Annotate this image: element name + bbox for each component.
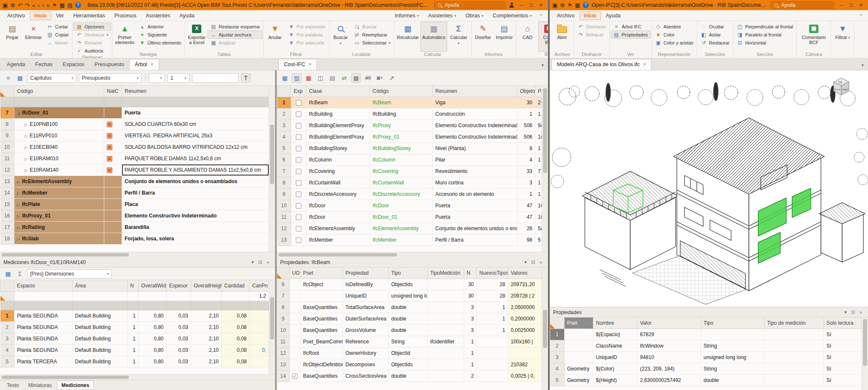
code-cell[interactable]: ▷E10ECB040 xyxy=(14,141,104,153)
summary-cell[interactable]: Construcción xyxy=(433,108,517,120)
code-cell[interactable]: IfcBeam xyxy=(370,97,433,108)
objects-cell[interactable]: 1 xyxy=(517,188,535,200)
values-cell[interactable]: 209731,20 xyxy=(508,279,542,290)
split-view-icon[interactable]: ◫ xyxy=(316,73,325,83)
bottom-tab-miniaturas[interactable]: Miniaturas xyxy=(24,381,56,390)
code-cell[interactable]: IfcCovering xyxy=(370,165,433,177)
cost-row[interactable]: 8IfcCurtainWallIfcCurtainWallMuro cortin… xyxy=(277,177,542,188)
width-cell[interactable]: 0,80 xyxy=(139,333,167,344)
area-cell[interactable]: Default Building xyxy=(72,321,128,333)
thickness-cell[interactable]: 0,03 xyxy=(167,344,191,356)
row-number[interactable]: 2 xyxy=(550,340,565,351)
tab-agenda[interactable]: Agenda xyxy=(2,59,30,70)
row-number[interactable]: 13 xyxy=(277,359,289,370)
values-cell[interactable]: 0,0025 | 0, xyxy=(508,370,542,382)
area-cell[interactable]: Default Building xyxy=(72,344,128,356)
row-number[interactable]: 1 xyxy=(550,329,565,340)
column-header-propiedad[interactable]: Propiedad xyxy=(343,267,389,279)
tabstrip-menu-caret[interactable]: ▾ xyxy=(537,60,548,70)
row-number[interactable]: 10 xyxy=(277,324,289,336)
tab-espacios[interactable]: Espacios xyxy=(58,59,89,70)
compare-view-icon[interactable]: ▤ xyxy=(328,73,337,83)
quantity-cell[interactable]: 0,08 xyxy=(222,310,250,321)
cost-ifc-table[interactable]: ExpClaseCódigoResumenObjetosPa1IfcBeamIf… xyxy=(277,86,542,246)
menu-complementos[interactable]: Complementos▾ xyxy=(488,11,536,20)
delete-elements-icon[interactable]: ▦ xyxy=(304,73,313,83)
expander-icon[interactable]: ▷ xyxy=(17,203,20,207)
sheet-view-icon[interactable]: ▤ xyxy=(67,3,72,8)
export-checkbox[interactable] xyxy=(296,100,301,106)
type-cell[interactable]: unsigned long long xyxy=(701,351,765,363)
cost-row[interactable]: 5IfcBuildingStoreyIfcBuildingStoreyNivel… xyxy=(277,142,542,154)
parts-cell[interactable]: 1 xyxy=(535,108,542,120)
cost-row[interactable]: 4IfcBuildingElementProxyIfcProxy_01Eleme… xyxy=(277,131,542,142)
nature-cell[interactable] xyxy=(104,164,122,176)
export-cell[interactable] xyxy=(291,223,306,234)
property-row[interactable]: 7UniqueIDunsigned long long3028209728 | … xyxy=(277,290,542,301)
cost-row[interactable]: 12IfcElementAssemblyIfcElementAssemblyCo… xyxy=(277,223,542,234)
name-cell[interactable]: ClassName xyxy=(593,340,637,351)
pset-cell[interactable] xyxy=(300,290,343,301)
row-number[interactable]: 11 xyxy=(277,211,291,223)
summary-cell[interactable]: Conjunto de elementos unidos o ensamblad… xyxy=(433,223,517,234)
open-button[interactable]: Abrir xyxy=(551,22,573,52)
nature-cell[interactable] xyxy=(104,141,122,153)
column-header-pset[interactable]: Pset xyxy=(300,267,343,279)
thickness-cell[interactable]: 0,03 xyxy=(167,333,191,344)
readonly-cell[interactable]: Sí xyxy=(824,329,862,340)
undo-icon[interactable]: ↶ xyxy=(18,3,22,8)
last-record-icon[interactable]: » xyxy=(47,3,50,8)
save-icon[interactable]: ▣ xyxy=(3,3,8,8)
cost-row[interactable]: 2IfcBuildingIfcBuildingConstrucción11 xyxy=(277,108,542,120)
name-cell[interactable]: UniqueID xyxy=(593,351,637,363)
cost-row[interactable]: 1IfcBeamIfcBeamViga302 xyxy=(277,97,542,108)
row-number[interactable]: 9 xyxy=(277,313,289,324)
export-checkbox[interactable] xyxy=(296,146,301,151)
pset-cell[interactable] xyxy=(565,351,593,363)
type-cell[interactable]: String xyxy=(701,340,765,351)
row-number[interactable]: 9 xyxy=(0,130,14,141)
summary-cell[interactable]: Nivel (Planta) xyxy=(433,142,517,154)
new-types-cell[interactable]: 1 xyxy=(477,313,508,324)
pset-cell[interactable] xyxy=(565,340,593,351)
expander-icon[interactable]: ▷ xyxy=(25,134,28,138)
parts-cell[interactable]: 1 xyxy=(535,142,542,154)
parts-cell[interactable]: 10/ xyxy=(535,211,542,223)
property-row[interactable]: 4Geometry$(Color)(223, 209, 184)StringSí xyxy=(550,363,862,374)
row-number[interactable]: 12 xyxy=(277,223,291,234)
budget-tree-table[interactable]: CódigoNatCResumen7◢IfcDoor_01Puerta8▷E10… xyxy=(0,86,269,245)
objects-cell[interactable]: 33 xyxy=(517,165,535,177)
pset-cell[interactable]: Geometry xyxy=(565,363,593,374)
measure-type-cell[interactable] xyxy=(428,279,464,290)
export-checkbox[interactable] xyxy=(296,180,301,186)
row-number[interactable]: 3 xyxy=(0,333,14,344)
column-header-codigo[interactable]: Código xyxy=(370,86,433,97)
summary-cell[interactable]: Elemento Constructivo Indeterminado xyxy=(433,131,517,142)
print-button[interactable]: ▤Imprimir xyxy=(494,22,515,52)
height-cell[interactable]: 2,10 xyxy=(191,321,222,333)
code-cell[interactable]: ▷E11RVP010 xyxy=(14,130,104,141)
panel-pin-icon[interactable]: ⊡ xyxy=(849,309,857,315)
nature-cell[interactable] xyxy=(104,233,122,244)
close-button[interactable]: × xyxy=(537,1,545,9)
tree-row[interactable]: 10▷E10ECB040SOLADO BALDOSA BARRO VITRIFI… xyxy=(0,141,269,153)
values-cell[interactable]: 209728 | 2 xyxy=(508,290,542,301)
area-cell[interactable]: Default Building xyxy=(72,356,128,367)
code-cell[interactable]: ▷IfcSlab xyxy=(14,233,104,244)
class-cell[interactable]: IfcDiscreteAccessory xyxy=(306,188,370,200)
n-cell[interactable]: 1 xyxy=(128,333,139,344)
property-row[interactable]: 12IfcRootOwnerHistoryObjectId1 xyxy=(277,347,542,359)
property-row[interactable]: 11Pset_BeamCommonReferenceStringifcident… xyxy=(277,336,542,347)
automatic-button[interactable]: ▦Automático xyxy=(420,22,447,52)
objects-cell[interactable]: 506 xyxy=(517,120,535,131)
column-header-valores[interactable]: Valores xyxy=(508,267,542,279)
uo-cell[interactable] xyxy=(289,347,300,359)
space-cell[interactable]: Planta SEGUNDA xyxy=(14,344,72,356)
panel-close-icon[interactable]: × xyxy=(537,260,545,265)
values-cell[interactable]: 210382 xyxy=(508,359,542,370)
property-row[interactable]: 14✓BaseQuantitiesCrossSectionAreadouble2… xyxy=(277,370,542,382)
measure-type-cell[interactable] xyxy=(765,340,824,351)
row-number[interactable]: 10 xyxy=(0,141,14,153)
export-cell[interactable] xyxy=(291,234,306,245)
n-cell[interactable]: 1 xyxy=(464,347,477,359)
